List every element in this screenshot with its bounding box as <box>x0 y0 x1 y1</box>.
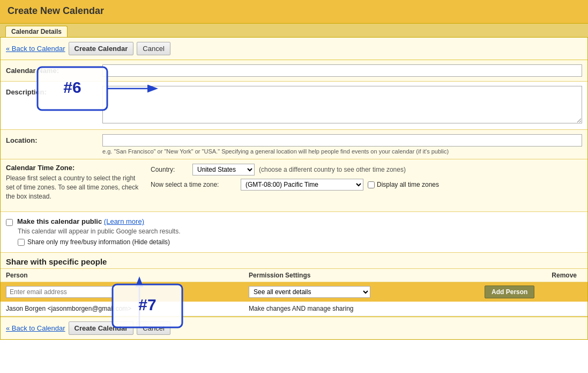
col-remove: Remove <box>479 269 587 282</box>
description-field <box>102 86 582 125</box>
share-free-busy-label[interactable]: Share only my free/busy information (Hid… <box>18 238 582 246</box>
location-hint: e.g. "San Francisco" or "New York" or "U… <box>102 148 582 155</box>
create-calendar-button-bottom[interactable]: Create Calendar <box>69 321 134 335</box>
make-public-label: Make this calendar public <box>17 217 102 225</box>
timezone-select-label: Now select a time zone: <box>151 181 236 188</box>
public-sub-text: This calendar will appear in public Goog… <box>18 228 582 235</box>
person-remove <box>479 302 587 316</box>
description-input[interactable] <box>102 86 582 123</box>
timezone-desc: Please first select a country to select … <box>6 174 145 201</box>
person-name: Jason Borgen <jasonmborgen@gmail.com> <box>1 302 243 316</box>
timezone-select[interactable]: (GMT-08:00) Pacific Time (GMT-07:00) Mou… <box>241 179 363 191</box>
country-label: Country: <box>151 166 188 173</box>
country-note: (choose a different country to see other… <box>259 166 406 173</box>
calendar-name-input[interactable] <box>102 64 582 77</box>
description-row: Description: <box>1 82 587 130</box>
table-row: Jason Borgen <jasonmborgen@gmail.com> Ma… <box>1 302 587 316</box>
location-row: Location: e.g. "San Francisco" or "New Y… <box>1 130 587 159</box>
country-select[interactable]: United States Canada United Kingdom Aust… <box>192 164 255 175</box>
page-wrapper: Create New Calendar Calendar Details « B… <box>0 0 588 373</box>
col-person: Person <box>1 269 243 282</box>
bottom-toolbar: « Back to Calendar Create Calendar Cance… <box>1 317 587 339</box>
permission-select[interactable]: See all event details See only free/busy… <box>249 286 370 298</box>
person-permission: Make changes AND manage sharing <box>243 302 479 316</box>
location-label: Location: <box>6 134 102 144</box>
share-free-busy-text: Share only my free/busy information (Hid… <box>27 238 170 246</box>
permission-cell: See all event details See only free/busy… <box>243 282 479 302</box>
email-cell <box>1 282 243 302</box>
public-main: Make this calendar public (Learn more) <box>6 217 582 226</box>
email-input[interactable] <box>6 286 113 298</box>
public-section: Make this calendar public (Learn more) T… <box>1 212 587 253</box>
tab-bar: Calendar Details <box>0 23 588 37</box>
make-public-checkbox[interactable] <box>6 219 13 226</box>
share-section: Share with specific people Person Permis… <box>1 253 587 317</box>
location-input[interactable] <box>102 134 582 147</box>
display-all-timezones-checkbox[interactable] <box>368 181 375 188</box>
page-title: Create New Calendar <box>8 5 104 16</box>
public-text-container: Make this calendar public (Learn more) <box>17 217 144 225</box>
timezone-section: Calendar Time Zone: Please first select … <box>1 159 587 212</box>
share-section-title: Share with specific people <box>1 253 587 269</box>
timezone-section-label: Calendar Time Zone: <box>6 164 145 172</box>
calendar-name-row: Calendar Name: <box>1 60 587 82</box>
add-person-cell: Add Person <box>479 282 587 302</box>
create-calendar-button-top[interactable]: Create Calendar <box>69 42 134 55</box>
back-to-calendar-link-bottom[interactable]: « Back to Calendar <box>6 324 65 332</box>
back-to-calendar-link-top[interactable]: « Back to Calendar <box>6 45 65 53</box>
share-table: Person Permission Settings Remove See al… <box>1 269 587 316</box>
col-permission: Permission Settings <box>243 269 479 282</box>
display-all-timezones-label[interactable]: Display all time zones <box>368 181 439 188</box>
learn-more-link[interactable]: (Learn more) <box>104 217 144 225</box>
top-toolbar: « Back to Calendar Create Calendar Cance… <box>1 38 587 60</box>
add-person-button[interactable]: Add Person <box>485 286 534 298</box>
timezone-picker-row: Now select a time zone: (GMT-08:00) Paci… <box>151 179 582 191</box>
display-all-timezones-text: Display all time zones <box>377 181 439 188</box>
country-row: Country: United States Canada United Kin… <box>151 164 582 175</box>
main-content: « Back to Calendar Create Calendar Cance… <box>0 37 588 340</box>
add-person-row: See all event details See only free/busy… <box>1 282 587 302</box>
location-field: e.g. "San Francisco" or "New York" or "U… <box>102 134 582 155</box>
share-free-busy-checkbox[interactable] <box>18 239 25 246</box>
description-label: Description: <box>6 86 102 96</box>
calendar-name-label: Calendar Name: <box>6 64 102 75</box>
page-header: Create New Calendar <box>0 0 588 23</box>
cancel-button-bottom[interactable]: Cancel <box>137 321 170 335</box>
calendar-details-tab[interactable]: Calendar Details <box>5 26 68 37</box>
cancel-button-top[interactable]: Cancel <box>137 42 170 55</box>
calendar-name-field <box>102 64 582 77</box>
